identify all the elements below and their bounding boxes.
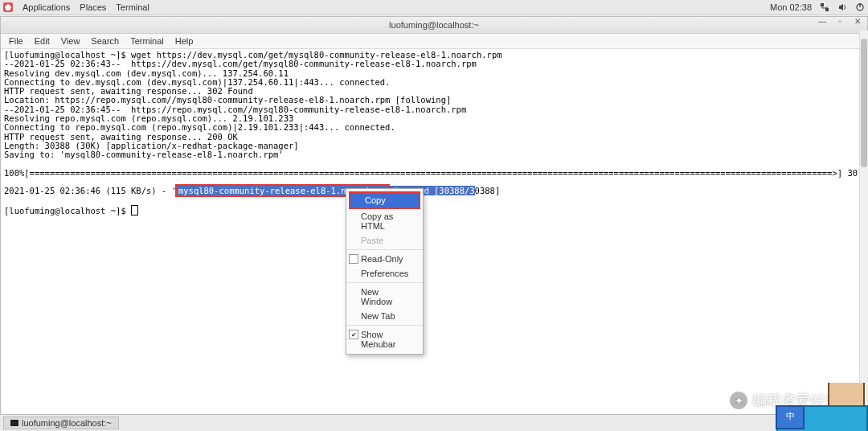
show-menubar-label: Show Menubar [361, 330, 395, 349]
menubar-checkbox[interactable]: ✔ [349, 330, 358, 339]
cmd-wget: wget https://dev.mysql.com/get/mysql80-c… [131, 50, 502, 60]
progress-fill: ========================================… [30, 168, 837, 178]
menu-places[interactable]: Places [80, 2, 106, 12]
clock[interactable]: Mon 02:38 [770, 2, 812, 12]
menu-paste: Paste [346, 233, 423, 248]
scrollbar-thumb[interactable] [861, 39, 867, 167]
menu-file[interactable]: File [4, 35, 28, 47]
save-suffix: 0388] [475, 186, 501, 195]
out-line: Resolving dev.mysql.com (dev.mysql.com).… [4, 68, 289, 78]
menu-sep [346, 249, 423, 250]
mascot-box: 中 [776, 405, 805, 429]
power-icon[interactable] [855, 2, 865, 12]
minimize-button[interactable]: — [816, 17, 829, 26]
out-line: --2021-01-25 02:36:45-- https://repo.mys… [4, 105, 466, 114]
svg-rect-1 [825, 8, 829, 11]
gnome-icon[interactable] [3, 2, 13, 12]
taskbar-label: luofuming@localhost:~ [22, 418, 112, 428]
menu-sep [346, 325, 423, 326]
out-line: Connecting to dev.mysql.com (dev.mysql.c… [4, 77, 390, 87]
context-menu: Copy Copy as HTML Paste Read-Only Prefer… [346, 188, 424, 355]
menu-readonly[interactable]: Read-Only [346, 252, 423, 266]
progress-left: 100%[ [4, 168, 30, 178]
save-prefix: 2021-01-25 02:36:46 (115 KB/s) - ' [4, 186, 177, 195]
taskbar: luofuming@localhost:~ [0, 414, 868, 431]
menu-terminal-m[interactable]: Terminal [125, 35, 169, 47]
gnome-topbar: Applications Places Terminal Mon 02:38 [0, 0, 868, 15]
menu-edit[interactable]: Edit [30, 35, 55, 47]
terminal-icon [10, 420, 18, 426]
readonly-label: Read-Only [361, 254, 403, 264]
network-icon[interactable] [820, 2, 829, 12]
menu-new-tab[interactable]: New Tab [346, 309, 423, 323]
taskbar-terminal-button[interactable]: luofuming@localhost:~ [3, 417, 119, 429]
out-line: HTTP request sent, awaiting response... … [4, 132, 238, 142]
out-line: --2021-01-25 02:36:43-- https://dev.mysq… [4, 59, 477, 68]
terminal-window: luofuming@localhost:~ — ▫ ✕ File Edit Vi… [0, 16, 868, 415]
mascot-image: 中 [776, 383, 868, 431]
prompt-1: [luofuming@localhost ~]$ [4, 50, 131, 60]
menu-show-menubar[interactable]: ✔Show Menubar [346, 327, 423, 351]
menu-sep [346, 282, 423, 283]
svg-rect-0 [821, 3, 824, 6]
prompt-2: [luofuming@localhost ~]$ [4, 206, 131, 216]
out-line: HTTP request sent, awaiting response... … [4, 86, 253, 96]
wechat-icon: ✦ [730, 392, 747, 409]
readonly-checkbox[interactable] [349, 254, 358, 264]
out-line: Length: 30388 (30K) [application/x-redha… [4, 141, 299, 150]
out-line: Resolving repo.mysql.com (repo.mysql.com… [4, 113, 293, 123]
volume-icon[interactable] [837, 2, 847, 12]
maximize-button[interactable]: ▫ [833, 17, 846, 26]
menu-applications[interactable]: Applications [23, 2, 70, 12]
menu-copy-html[interactable]: Copy as HTML [346, 209, 423, 233]
cursor [131, 205, 138, 216]
out-line: Saving to: 'mysql80-community-release-el… [4, 150, 284, 159]
menu-view[interactable]: View [56, 35, 85, 47]
topbar-left: Applications Places Terminal [3, 2, 149, 12]
menu-new-window[interactable]: New Window [346, 285, 423, 309]
close-button[interactable]: ✕ [851, 17, 864, 26]
menu-copy[interactable]: Copy [349, 191, 420, 209]
window-controls: — ▫ ✕ [816, 17, 864, 26]
window-title: luofuming@localhost:~ [389, 20, 479, 30]
scrollbar[interactable] [859, 31, 868, 415]
menu-terminal[interactable]: Terminal [116, 2, 149, 12]
menu-search[interactable]: Search [86, 35, 124, 47]
out-line: Connecting to repo.mysql.com (repo.mysql… [4, 122, 395, 132]
out-line: Location: https://repo.mysql.com//mysql8… [4, 95, 451, 105]
menu-help[interactable]: Help [170, 35, 199, 47]
window-titlebar[interactable]: luofuming@localhost:~ — ▫ ✕ [1, 17, 867, 34]
window-menubar: File Edit View Search Terminal Help [1, 34, 867, 49]
terminal-output[interactable]: [luofuming@localhost ~]$ wget https://de… [1, 49, 867, 414]
menu-preferences[interactable]: Preferences [346, 266, 423, 281]
topbar-right: Mon 02:38 [770, 2, 865, 12]
